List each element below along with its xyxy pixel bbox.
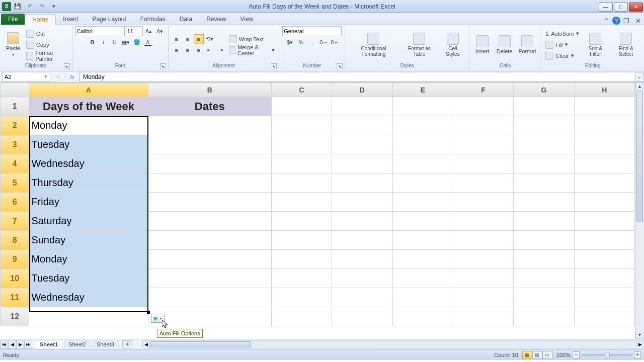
cell[interactable] <box>148 231 271 250</box>
cell[interactable] <box>271 250 332 269</box>
col-header-E[interactable]: E <box>392 83 453 97</box>
dialog-launcher-icon[interactable]: ⬊ <box>271 63 277 69</box>
clear-button[interactable]: Clear ▾ <box>544 51 580 61</box>
cell[interactable] <box>332 288 392 307</box>
cell[interactable] <box>148 212 271 231</box>
copy-button[interactable]: Copy <box>25 40 69 50</box>
cell[interactable] <box>271 212 332 231</box>
align-middle-button[interactable]: ≡ <box>183 34 193 44</box>
zoom-slider[interactable] <box>582 354 632 356</box>
cell[interactable] <box>392 135 453 154</box>
cell[interactable] <box>332 269 392 288</box>
cell[interactable] <box>332 116 392 135</box>
col-header-C[interactable]: C <box>271 83 332 97</box>
dialog-launcher-icon[interactable]: ⬊ <box>64 63 70 69</box>
cell[interactable] <box>574 269 634 288</box>
close-button[interactable]: ✕ <box>629 3 643 12</box>
cell[interactable]: Thursday <box>29 173 148 193</box>
orientation-button[interactable]: ⟲▾ <box>205 34 215 44</box>
autosum-button[interactable]: Σ AutoSum ▾ <box>544 29 580 39</box>
cell[interactable] <box>574 250 634 269</box>
border-button[interactable]: ▦▾ <box>121 37 131 47</box>
formula-input[interactable]: Monday <box>79 72 635 82</box>
align-top-button[interactable]: ≡ <box>172 34 182 44</box>
scroll-up-icon[interactable]: ▲ <box>635 82 644 90</box>
cell[interactable]: Friday <box>29 193 148 212</box>
scroll-right-icon[interactable]: ▶ <box>636 341 643 348</box>
cell[interactable] <box>332 135 392 154</box>
cell[interactable] <box>332 250 392 269</box>
cell[interactable] <box>514 212 574 231</box>
minimize-button[interactable]: — <box>599 3 613 12</box>
cell[interactable] <box>148 307 271 326</box>
cell[interactable] <box>514 116 574 135</box>
cell[interactable] <box>271 288 332 307</box>
row-header[interactable]: 3 <box>1 135 29 154</box>
delete-cells-button[interactable]: Delete <box>495 34 515 55</box>
col-header-A[interactable]: A <box>29 83 148 97</box>
cell[interactable] <box>148 269 271 288</box>
auto-fill-options-button[interactable]: ⊞▼ <box>151 314 165 323</box>
format-cells-button[interactable]: Format <box>517 34 538 55</box>
cell[interactable] <box>392 288 453 307</box>
cell[interactable] <box>332 173 392 193</box>
insert-cells-button[interactable]: Insert <box>472 34 493 55</box>
cell[interactable] <box>392 154 453 173</box>
cell[interactable] <box>514 173 574 193</box>
cell[interactable] <box>453 97 513 116</box>
cell[interactable] <box>271 307 332 326</box>
cell[interactable]: Days of the Week <box>29 97 148 116</box>
cell[interactable] <box>148 250 271 269</box>
last-sheet-button[interactable]: ⏭ <box>24 340 32 349</box>
scroll-thumb[interactable] <box>150 341 251 347</box>
cell[interactable] <box>453 116 513 135</box>
cell[interactable] <box>392 212 453 231</box>
cell[interactable] <box>392 269 453 288</box>
normal-view-button[interactable]: ▦ <box>522 351 532 359</box>
redo-icon[interactable]: ↷ <box>36 1 47 12</box>
tab-review[interactable]: Review <box>199 14 233 25</box>
cell-styles-button[interactable]: Cell Styles <box>440 32 465 58</box>
cell[interactable] <box>514 193 574 212</box>
col-header-F[interactable]: F <box>453 83 513 97</box>
cell[interactable] <box>574 212 634 231</box>
scroll-down-icon[interactable]: ▼ <box>635 331 644 339</box>
cell[interactable] <box>514 250 574 269</box>
cell[interactable] <box>271 135 332 154</box>
cell[interactable]: Monday <box>29 250 148 269</box>
cell[interactable] <box>453 154 513 173</box>
comma-button[interactable]: , <box>307 37 317 47</box>
row-header[interactable]: 1 <box>1 97 29 116</box>
cell[interactable] <box>514 231 574 250</box>
new-sheet-button[interactable]: ✦ <box>122 340 132 348</box>
tab-formulas[interactable]: Formulas <box>133 14 173 25</box>
format-painter-button[interactable]: Format Painter <box>25 51 69 61</box>
cell[interactable] <box>148 193 271 212</box>
cell[interactable] <box>574 135 634 154</box>
align-left-button[interactable]: ≡ <box>172 45 182 55</box>
cell[interactable] <box>148 288 271 307</box>
horizontal-scrollbar[interactable]: ◀ ▶ <box>142 340 644 348</box>
row-header[interactable]: 10 <box>1 269 29 288</box>
cell[interactable] <box>574 231 634 250</box>
zoom-in-button[interactable]: + <box>634 351 641 358</box>
cell-active[interactable]: Monday <box>29 116 148 135</box>
row-header[interactable]: 5 <box>1 173 29 193</box>
cell[interactable] <box>332 212 392 231</box>
name-box[interactable]: A2▼ <box>2 72 50 82</box>
conditional-formatting-button[interactable]: Conditional Formatting <box>348 32 398 58</box>
page-layout-view-button[interactable]: ▤ <box>532 351 542 359</box>
row-header[interactable]: 7 <box>1 212 29 231</box>
vertical-scrollbar[interactable]: ▲ ▼ <box>635 82 644 339</box>
number-format-combo[interactable] <box>282 26 342 36</box>
cell[interactable] <box>332 307 392 326</box>
cell[interactable] <box>574 154 634 173</box>
cell[interactable] <box>392 307 453 326</box>
row-header[interactable]: 9 <box>1 250 29 269</box>
cell[interactable] <box>514 135 574 154</box>
cell[interactable] <box>453 250 513 269</box>
first-sheet-button[interactable]: ⏮ <box>0 340 8 349</box>
align-bottom-button[interactable]: ≡ <box>194 34 204 44</box>
find-select-button[interactable]: Find & Select <box>611 32 641 58</box>
fill-handle[interactable] <box>147 311 150 314</box>
